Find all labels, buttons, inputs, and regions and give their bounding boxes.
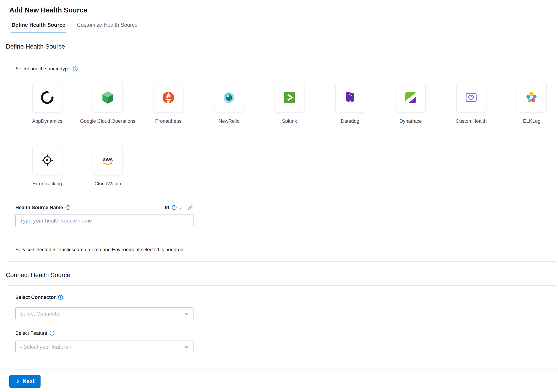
source-tile-prometheus[interactable]: Prometheus — [138, 83, 199, 124]
edit-pencil-icon[interactable] — [187, 204, 193, 211]
google-cloud-operations-icon — [100, 90, 115, 105]
service-environment-note: Service selected is elasticsearch_demo a… — [15, 247, 548, 253]
source-tile-splunk[interactable]: Splunk — [259, 83, 320, 124]
datadog-icon — [343, 90, 357, 105]
source-tile-cloudwatch[interactable]: aws CloudWatch — [78, 145, 138, 187]
chevron-down-icon — [184, 344, 190, 350]
feature-select-placeholder: - Select your feature - — [20, 344, 71, 350]
source-tile-label: CloudWatch — [94, 181, 121, 187]
source-tile-elklog[interactable]: ELKLog — [501, 83, 558, 124]
info-icon[interactable] — [58, 295, 63, 300]
connector-select[interactable]: Select Connector — [15, 307, 193, 320]
splunk-icon — [282, 90, 297, 105]
source-tile-label: NewRelic — [219, 118, 239, 124]
next-button[interactable]: Next — [9, 375, 41, 388]
source-tile-errortracking[interactable]: ErrorTracking — [17, 145, 78, 187]
source-tile-customhealth[interactable]: CustomHealth — [441, 83, 501, 124]
source-tile-label: Prometheus — [155, 118, 182, 124]
source-grid: AppDynamics Google Cloud Operations Prom… — [17, 83, 558, 187]
chevron-down-icon — [184, 311, 190, 317]
chevron-right-icon — [15, 379, 20, 384]
source-tile-label: Splunk — [282, 118, 297, 124]
health-source-name-input[interactable] — [15, 214, 193, 227]
connect-section-heading: Connect Health Source — [6, 271, 558, 279]
feature-select[interactable]: - Select your feature - — [15, 340, 193, 353]
select-health-source-type-label: Select health source type — [15, 66, 70, 72]
footer-bar: Next — [0, 370, 558, 392]
tab-customize-health-source[interactable]: Customize Health Source — [76, 19, 138, 33]
source-tile-newrelic[interactable]: NewRelic — [199, 83, 259, 124]
select-feature-label: Select Feature — [15, 330, 47, 336]
appdynamics-icon — [40, 90, 54, 105]
source-tile-appdynamics[interactable]: AppDynamics — [17, 83, 78, 124]
newrelic-icon — [222, 90, 236, 105]
info-icon[interactable] — [171, 205, 177, 210]
info-icon[interactable] — [65, 205, 70, 210]
errortracking-icon — [40, 153, 54, 167]
tab-bar: Define Health Source Customize Health So… — [0, 19, 558, 33]
next-button-label: Next — [23, 378, 35, 384]
info-icon[interactable] — [73, 66, 78, 71]
info-icon[interactable] — [49, 331, 55, 336]
source-tile-dynatrace[interactable]: Dynatrace — [380, 83, 441, 124]
source-tile-label: ErrorTracking — [33, 181, 62, 187]
source-tile-label: Dynatrace — [400, 118, 422, 124]
connector-select-placeholder: Select Connector — [20, 311, 61, 317]
customhealth-icon — [464, 90, 479, 105]
page-title: Add New Health Source — [9, 6, 558, 14]
source-tile-label: Google Cloud Operations — [80, 118, 135, 124]
tab-define-health-source[interactable]: Define Health Source — [11, 19, 66, 33]
prometheus-icon — [161, 90, 176, 105]
page-header: Add New Health Source — [0, 0, 558, 19]
source-tile-google-cloud-operations[interactable]: Google Cloud Operations — [78, 83, 138, 124]
source-tile-label: Datadog — [341, 118, 359, 124]
source-tile-label: AppDynamics — [32, 118, 62, 124]
svg-text:aws: aws — [103, 157, 113, 162]
elklog-icon — [524, 90, 539, 105]
id-colon: : — [179, 205, 181, 210]
cloudwatch-icon: aws — [100, 153, 115, 167]
id-label: Id — [165, 205, 169, 210]
select-connector-label: Select Connector — [15, 295, 56, 300]
source-tile-datadog[interactable]: Datadog — [320, 83, 380, 124]
connect-health-source-card: Select Connector Select Connector Select… — [6, 285, 557, 383]
dynatrace-icon — [403, 90, 418, 105]
health-source-name-label: Health Source Name — [15, 205, 63, 210]
source-tile-label: CustomHealth — [456, 118, 487, 124]
define-section-heading: Define Health Source — [6, 43, 558, 50]
source-tile-label: ELKLog — [523, 118, 541, 124]
define-health-source-card: Select health source type AppDynamics Go… — [6, 57, 557, 262]
